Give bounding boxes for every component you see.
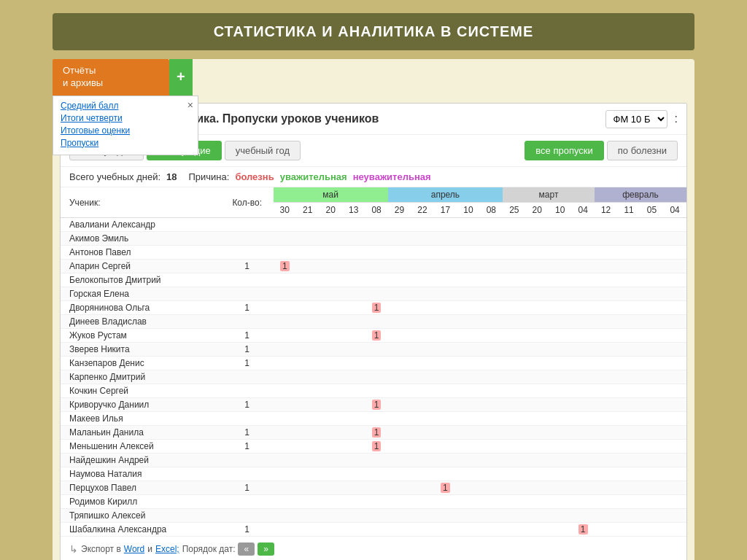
absence-cell (365, 232, 387, 246)
absence-cell (640, 315, 663, 329)
absence-cell (434, 495, 457, 509)
absence-cell (571, 246, 594, 260)
class-select[interactable]: ФМ 10 Б (605, 110, 667, 128)
absence-cell (411, 343, 433, 357)
absence-cell (457, 398, 479, 412)
absence-cell (411, 260, 433, 273)
absence-cell (595, 509, 617, 523)
close-icon[interactable]: × (187, 99, 193, 111)
absence-cell: 1 (365, 329, 387, 343)
absence-cell (296, 481, 319, 495)
absence-cell (296, 467, 319, 481)
absence-cell (595, 481, 617, 495)
absence-cell (640, 495, 663, 509)
export-prefix: Экспорт в (81, 544, 121, 554)
absence-cell (480, 343, 503, 357)
absence-cell (526, 218, 549, 232)
absence-cell (549, 523, 571, 537)
absence-cell (319, 260, 341, 273)
absence-cell (640, 301, 663, 315)
absence-cell (434, 509, 457, 523)
absence-table: Ученик:Кол-во:майапрельмартфевраль302120… (61, 187, 686, 537)
student-qty: 1 (221, 440, 274, 454)
absence-cell (296, 523, 319, 537)
word-link[interactable]: Word (124, 544, 144, 554)
absence-cell (388, 357, 411, 370)
absence-cell (549, 454, 571, 467)
absence-cell (526, 426, 549, 440)
date-header: 20 (319, 203, 341, 218)
absence-cell (342, 315, 365, 329)
absence-cell (595, 343, 617, 357)
absence-cell (663, 467, 686, 481)
tab-sick-absences[interactable]: по болезни (607, 141, 678, 160)
absence-cell (526, 232, 549, 246)
absence-cell (411, 412, 433, 426)
absence-cell (457, 426, 479, 440)
absence-cell (640, 523, 663, 537)
absence-cell (526, 384, 549, 398)
absence-cell (480, 357, 503, 370)
absence-cell (457, 315, 479, 329)
stats-row: Всего учебных дней: 18 Причина: болезнь … (61, 167, 686, 187)
tab-year[interactable]: учебный год (225, 141, 301, 160)
absence-cell (549, 467, 571, 481)
absence-cell (365, 343, 387, 357)
tab-all-absences[interactable]: все пропуски (525, 141, 603, 160)
absence-cell (571, 481, 594, 495)
table-row: Акимов Эмиль (61, 232, 686, 246)
absence-cell (503, 343, 525, 357)
absence-cell (365, 467, 387, 481)
colon: : (675, 112, 678, 125)
absence-cell (526, 260, 549, 273)
absence-cell (434, 357, 457, 370)
absence-cell (480, 287, 503, 301)
menu-link[interactable]: Итоговые оценки (61, 125, 190, 136)
absence-cell (296, 357, 319, 370)
add-button[interactable]: + (169, 59, 193, 96)
excel-link[interactable]: Excel; (155, 544, 179, 554)
order-next-button[interactable]: » (258, 542, 274, 556)
absence-cell (411, 523, 433, 537)
absence-cell (388, 315, 411, 329)
absence-cell (503, 218, 525, 232)
absence-cell (365, 509, 387, 523)
absence-cell: 1 (571, 523, 594, 537)
absence-cell (319, 315, 341, 329)
absence-cell (526, 412, 549, 426)
absence-cell (480, 315, 503, 329)
student-qty: 1 (221, 426, 274, 440)
order-prev-button[interactable]: « (238, 542, 255, 556)
absence-cell (640, 398, 663, 412)
absence-cell (457, 467, 479, 481)
absence-cell (342, 523, 365, 537)
absence-cell (434, 412, 457, 426)
absence-cell (549, 384, 571, 398)
absence-cell (571, 232, 594, 246)
absence-cell (274, 232, 296, 246)
absence-cell (457, 218, 479, 232)
absence-cell (617, 384, 640, 398)
absence-cell (342, 412, 365, 426)
absence-cell (617, 287, 640, 301)
menu-link[interactable]: Итоги четверти (61, 113, 190, 123)
absence-cell (571, 343, 594, 357)
menu-link[interactable]: Средний балл (61, 101, 190, 111)
absence-cell (434, 273, 457, 287)
absence-cell (595, 467, 617, 481)
absence-cell (388, 509, 411, 523)
absence-cell (640, 454, 663, 467)
absence-cell (503, 273, 525, 287)
absence-cell (549, 343, 571, 357)
absence-cell (503, 467, 525, 481)
absence-cell (526, 287, 549, 301)
absence-cell (617, 495, 640, 509)
absence-cell (342, 440, 365, 454)
absence-cell (388, 467, 411, 481)
absence-cell (388, 426, 411, 440)
absence-cell (274, 481, 296, 495)
menu-link[interactable]: Пропуски (61, 138, 190, 148)
absence-cell (595, 523, 617, 537)
absence-cell (274, 426, 296, 440)
absence-cell (388, 370, 411, 384)
